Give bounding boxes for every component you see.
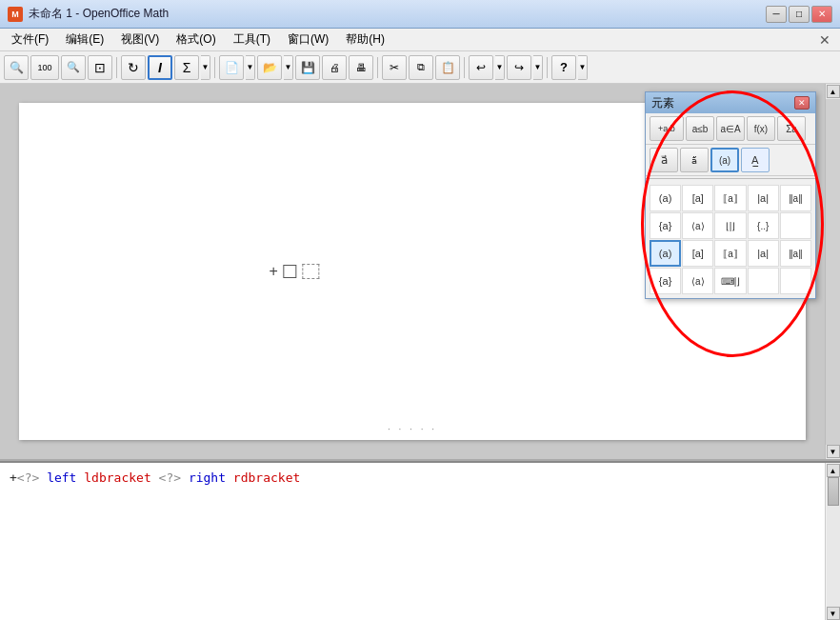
bracket-dbl-square-scalable[interactable]: ⟦a⟧ [714,240,746,267]
menu-view[interactable]: 视图(V) [113,30,167,50]
toolbar-separator-1 [116,57,117,78]
print-button[interactable]: 🖶 [349,55,373,80]
set-ops-button[interactable]: a∈A [716,116,745,141]
editor-scrollbar[interactable]: ▲ ▼ [825,463,840,620]
menu-tools[interactable]: 工具(T) [226,30,278,50]
zoom-page-button[interactable]: ⊡ [88,55,112,80]
functions-button[interactable]: f(x) [747,116,775,141]
copy-button[interactable]: ⧉ [409,55,433,80]
bracket-angle[interactable]: ⟨a⟩ [682,212,713,239]
canvas-scroll-up[interactable]: ▲ [827,85,840,98]
bracket-norm[interactable]: ‖a‖ [780,185,811,211]
bracket-angle-scalable[interactable]: ⟨a⟩ [682,268,713,294]
panel-row2: a⃗ ā̈ (a) A̲ [646,145,815,176]
canvas-area: + · · · · · 元素 ✕ +a·b a≤b a∈A f(x) Σa [0,84,840,459]
redo-dropdown[interactable]: ▼ [533,55,543,80]
bracket-square[interactable]: [a] [682,185,713,211]
undo-dropdown[interactable]: ▼ [495,55,505,80]
bracket-curly-scalable[interactable]: {a} [650,268,681,294]
editor-scroll-up[interactable]: ▲ [827,464,840,477]
toolbar-separator-4 [464,57,465,78]
bracket-empty1 [780,212,811,239]
editor-scroll-track[interactable] [827,477,840,607]
open-button[interactable]: 📂 [257,55,282,80]
bracket-floor[interactable]: ⌊|⌋ [714,212,746,239]
undo-button[interactable]: ↩ [469,55,493,80]
brackets-button[interactable]: (a) [710,148,739,172]
paste-button[interactable]: 📋 [435,55,460,80]
canvas-right-scrollbar[interactable]: ▲ ▼ [825,84,840,459]
bracket-abs-scalable[interactable]: |a| [748,240,779,267]
operators-button[interactable]: Σa [777,116,806,141]
bracket-floor-scalable[interactable]: ⌨|⌋ [714,268,746,294]
sigma-button[interactable]: Σ [174,55,199,80]
panel-divider [646,178,815,179]
zoom-out-button[interactable]: 🔍 [61,55,86,80]
close-button[interactable]: ✕ [811,6,832,23]
menu-edit[interactable]: 编辑(E) [58,30,111,50]
title-bar-controls: ─ □ ✕ [766,6,832,23]
formula-dashed-placeholder [303,264,320,279]
formula-box-placeholder [284,265,297,278]
menu-bar: 文件(F) 编辑(E) 视图(V) 格式(O) 工具(T) 窗口(W) 帮助(H… [0,29,840,51]
save-button[interactable]: 💾 [295,55,320,80]
editor-content[interactable]: +<?> left ldbracket <?> right rdbracket [0,463,825,620]
panel-close-button[interactable]: ✕ [794,96,810,110]
unary-binary-button[interactable]: +a·b [650,116,684,141]
formula-cursor-button[interactable]: I [148,55,172,80]
menu-window[interactable]: 窗口(W) [280,30,336,50]
toolbar: 🔍 100 🔍 ⊡ ↻ I Σ ▼ 📄 ▼ 📂 ▼ 💾 🖨 🖶 ✂ ⧉ 📋 ↩ … [0,51,840,84]
bracket-empty3 [780,268,811,294]
elements-panel: 元素 ✕ +a·b a≤b a∈A f(x) Σa a⃗ ā̈ (a) A̲ [645,91,816,299]
toolbar-separator-2 [214,57,215,78]
bracket-abs[interactable]: |a| [748,185,779,211]
menu-close-icon[interactable]: ✕ [813,32,836,48]
title-bar-left: M 未命名 1 - OpenOffice Math [8,6,169,22]
panel-title-bar: 元素 ✕ [646,92,815,113]
zoom-100-button[interactable]: 100 [30,55,59,80]
bracket-dbl-square[interactable]: ⟦a⟧ [714,185,746,211]
toolbar-separator-3 [377,57,378,78]
minimize-button[interactable]: ─ [766,6,787,23]
print-preview-button[interactable]: 🖨 [322,55,347,80]
canvas-scroll-down[interactable]: ▼ [827,445,840,458]
formula-text: +<?> left ldbracket <?> right rdbracket [10,470,300,485]
cut-button[interactable]: ✂ [382,55,407,80]
attributes-button[interactable]: ā̈ [680,148,709,172]
sigma-dropdown[interactable]: ▼ [201,55,210,80]
new-dropdown[interactable]: ▼ [246,55,255,80]
zoom-in-button[interactable]: 🔍 [4,55,29,80]
editor-scroll-thumb[interactable] [828,477,839,506]
bracket-curly[interactable]: {a} [650,212,681,239]
toolbar-end-dropdown[interactable]: ▼ [578,55,588,80]
bracket-square-scalable[interactable]: [a] [682,240,713,267]
menu-help[interactable]: 帮助(H) [338,30,392,50]
relations-button[interactable]: a≤b [686,116,714,141]
panel-category-row: +a·b a≤b a∈A f(x) Σa [646,113,815,145]
panel-title: 元素 [651,95,674,111]
bracket-empty-curly[interactable]: {..} [748,212,779,239]
vectors-button[interactable]: a⃗ [650,148,678,172]
formula-plus-sign: + [269,263,277,280]
brackets-grid: (a) [a] ⟦a⟧ |a| ‖a‖ {a} ⟨a⟩ ⌊|⌋ {..} (a)… [646,181,815,298]
editor-scroll-down[interactable]: ▼ [827,607,840,620]
toolbar-separator-5 [547,57,548,78]
refresh-button[interactable]: ↻ [121,55,146,80]
bracket-round-scalable[interactable]: (a) [650,240,681,267]
redo-button[interactable]: ↪ [507,55,531,80]
new-button[interactable]: 📄 [219,55,244,80]
menu-file[interactable]: 文件(F) [4,30,56,50]
bracket-round[interactable]: (a) [650,185,681,211]
bracket-norm-scalable[interactable]: ‖a‖ [780,240,811,267]
formula-editor: +<?> left ldbracket <?> right rdbracket … [0,461,840,620]
help-button[interactable]: ? [551,55,576,80]
window-title: 未命名 1 - OpenOffice Math [29,6,169,22]
open-dropdown[interactable]: ▼ [284,55,293,80]
menu-format[interactable]: 格式(O) [169,30,223,50]
formats-button[interactable]: A̲ [741,148,770,172]
maximize-button[interactable]: □ [789,6,810,23]
app-icon: M [8,7,23,22]
formula-preview: + [269,263,319,280]
title-bar: M 未命名 1 - OpenOffice Math ─ □ ✕ [0,0,840,29]
canvas-scroll-dots: · · · · · [388,424,437,434]
